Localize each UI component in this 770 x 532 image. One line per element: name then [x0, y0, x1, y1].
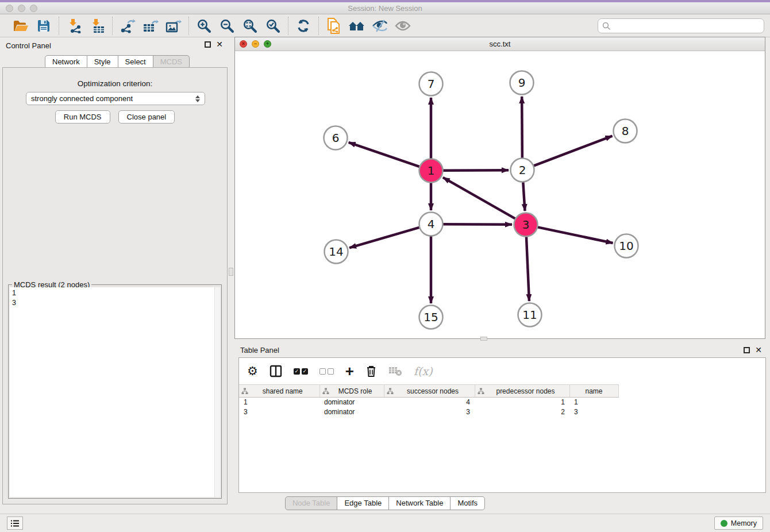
export-network-icon[interactable] [118, 17, 137, 34]
graph-edge-2-8[interactable] [534, 136, 613, 166]
save-session-icon[interactable] [34, 17, 53, 34]
create-column-icon[interactable]: + [345, 365, 354, 377]
network-graph-canvas[interactable]: 7968124314101511 [235, 51, 765, 338]
refresh-icon[interactable] [294, 17, 313, 34]
export-table-icon[interactable] [141, 17, 160, 34]
graph-node-label-11: 11 [522, 308, 537, 322]
graph-node-label-7: 7 [428, 77, 435, 91]
graph-node-label-3: 3 [522, 218, 530, 232]
graph-edge-2-3[interactable] [523, 182, 525, 211]
memory-button[interactable]: Memory [714, 516, 763, 530]
open-session-icon[interactable] [11, 17, 30, 34]
graph-edge-3-1[interactable] [443, 178, 515, 219]
search-field[interactable] [598, 18, 764, 33]
control-panel-close-icon[interactable]: ✕ [216, 41, 223, 48]
column-type-icon [478, 388, 484, 395]
zoom-selected-icon[interactable] [264, 17, 282, 34]
graph-node-label-9: 9 [518, 76, 526, 90]
title-bar: Session: New Session [0, 2, 770, 14]
export-image-icon[interactable] [164, 17, 183, 34]
graph-node-label-6: 6 [332, 131, 340, 145]
tab-edge-table[interactable]: Edge Table [337, 496, 389, 510]
column-type-icon [387, 388, 394, 395]
deselect-all-columns-icon[interactable] [319, 368, 334, 375]
column-header-predecessor-nodes[interactable]: predecessor nodes [475, 385, 569, 398]
column-view-icon[interactable] [270, 365, 282, 377]
network-view-window: × − + scc.txt 7968124314101511 [234, 37, 765, 339]
column-header-name[interactable]: name [569, 385, 618, 398]
graph-node-label-15: 15 [424, 310, 438, 324]
control-panel-title: Control Panel [0, 41, 51, 50]
select-stepper-icon [195, 95, 200, 102]
node-table-body: 1dominator4113dominator323 [239, 398, 765, 417]
select-all-columns-icon[interactable]: ✓✓ [294, 368, 308, 375]
tab-node-table[interactable]: Node Table [285, 496, 338, 510]
mcds-result-text[interactable]: 1 3 [10, 287, 214, 497]
delete-column-icon[interactable] [365, 365, 377, 377]
zoom-out-icon[interactable] [218, 17, 236, 34]
tab-network-table[interactable]: Network Table [389, 496, 451, 510]
table-panel-float-icon[interactable] [744, 347, 750, 353]
import-table-icon[interactable] [88, 17, 106, 34]
zoom-in-icon[interactable] [195, 17, 213, 34]
graph-node-label-4: 4 [428, 217, 435, 231]
graph-edge-4-3[interactable] [443, 224, 512, 225]
mcds-result-scrollbar[interactable] [214, 287, 220, 497]
graph-edge-2-9[interactable] [522, 97, 522, 158]
application-window: Session: New Session [0, 0, 770, 532]
show-all-icon[interactable] [394, 17, 412, 34]
node-table-header-row: shared name MCDS role [239, 385, 765, 398]
zoom-fit-icon[interactable] [241, 17, 259, 34]
run-mcds-button[interactable]: Run MCDS [55, 110, 110, 124]
list-icon [10, 519, 20, 527]
table-toolbar: ⚙ ✓✓ + [239, 358, 765, 384]
control-panel-header: Control Panel [0, 37, 230, 53]
table-panel-header: Table Panel [234, 342, 770, 357]
graph-node-label-1: 1 [428, 164, 435, 178]
delete-table-icon [388, 366, 402, 376]
graph-node-label-14: 14 [329, 245, 343, 259]
close-panel-button[interactable]: Close panel [118, 110, 175, 124]
search-icon [602, 22, 611, 30]
import-network-icon[interactable] [65, 17, 83, 34]
graph-edge-3-10[interactable] [538, 227, 613, 243]
mcds-result-fieldset: MCDS result (2 nodes) 1 3 [8, 284, 222, 499]
optimization-criterion-select[interactable]: strongly connected component [26, 92, 205, 105]
graph-node-label-10: 10 [619, 239, 633, 253]
column-header-successor-nodes[interactable]: successor nodes [384, 385, 475, 398]
window-title: Session: New Session [0, 4, 770, 13]
memory-label: Memory [731, 519, 757, 527]
first-neighbors-icon[interactable] [348, 17, 366, 34]
table-row[interactable]: 1dominator411 [239, 398, 765, 407]
mcds-panel: Optimization criterion: strongly connect… [2, 67, 228, 504]
hide-selected-icon[interactable] [371, 17, 389, 34]
node-table: shared name MCDS role [239, 384, 765, 417]
memory-status-icon [721, 520, 727, 527]
search-input[interactable] [611, 22, 754, 30]
graph-node-label-8: 8 [622, 124, 629, 138]
column-header-mcds-role[interactable]: MCDS role [319, 385, 384, 398]
table-panel-title: Table Panel [234, 346, 279, 354]
column-type-icon [322, 388, 329, 395]
horizontal-splitter-grip[interactable] [480, 337, 487, 341]
vertical-splitter-grip[interactable] [229, 268, 233, 276]
graph-edge-4-14[interactable] [349, 228, 419, 248]
graph-node-label-2: 2 [519, 163, 526, 177]
table-panel-body: ⚙ ✓✓ + [238, 357, 766, 493]
clone-network-icon[interactable] [325, 17, 343, 34]
graph-edge-1-2[interactable] [443, 170, 509, 171]
table-row[interactable]: 3dominator323 [239, 407, 765, 417]
control-panel-float-icon[interactable] [205, 41, 211, 48]
table-settings-icon[interactable]: ⚙ [247, 364, 258, 378]
status-bar: Memory [0, 514, 770, 532]
graph-edge-1-6[interactable] [349, 142, 419, 167]
column-header-shared-name[interactable]: shared name [239, 385, 319, 398]
optimization-criterion-value: strongly connected component [31, 94, 133, 103]
task-history-button[interactable] [7, 516, 23, 530]
main-toolbar [0, 15, 770, 37]
graph-edge-3-11[interactable] [526, 237, 529, 301]
table-panel-tabs: Node Table Edge Table Network Table Moti… [0, 496, 770, 510]
network-window-titlebar[interactable]: × − + scc.txt [235, 37, 765, 51]
table-panel-close-icon[interactable]: ✕ [755, 347, 762, 353]
tab-motifs[interactable]: Motifs [451, 496, 485, 510]
